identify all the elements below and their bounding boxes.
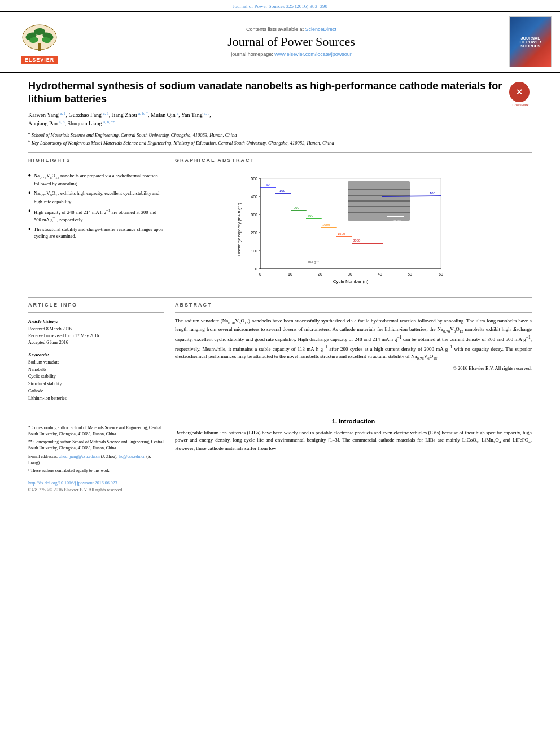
svg-text:50: 50 <box>408 272 412 276</box>
highlight-item-4: The structural stability and charge-tran… <box>28 226 164 240</box>
corresponding-author-2: ** Corresponding author. School of Mater… <box>28 439 164 452</box>
highlight-item-2: Na0.76V6O15 exhibits high capacity, exce… <box>28 190 164 205</box>
main-content: Hydrothermal synthesis of sodium vanadat… <box>0 73 560 498</box>
rate-performance-chart: Discharge capacity (mA h g⁻¹) 0 100 200 … <box>175 173 532 291</box>
article-info-label: ARTICLE INFO <box>28 302 164 308</box>
article-info-abstract-row: ARTICLE INFO Article history: Received 8… <box>28 302 532 403</box>
journal-cover: JOURNALOF POWERSOURCES <box>509 16 554 67</box>
elsevier-logo: ELSEVIER <box>6 20 73 64</box>
homepage-line: journal homepage: www.elsevier.com/locat… <box>79 51 504 57</box>
copyright-line: © 2016 Elsevier B.V. All rights reserved… <box>175 365 532 371</box>
abstract-divider <box>175 312 532 313</box>
introduction-section: 1. Introduction Rechargeable lithium-ion… <box>175 418 532 453</box>
highlights-label: HIGHLIGHTS <box>28 158 164 163</box>
email-link-zhou[interactable]: zhou_jiang@csu.edu.cn <box>59 454 100 459</box>
svg-text:Discharge capacity (mA h g⁻¹): Discharge capacity (mA h g⁻¹) <box>237 203 242 256</box>
revised-date: Received in revised form 17 May 2016 <box>28 333 164 339</box>
elsevier-tree-icon <box>17 20 62 54</box>
svg-text:Cycle Number (n): Cycle Number (n) <box>333 279 369 284</box>
abstract-text: The sodium vanadate (Na0.76V6O15) nanobe… <box>175 317 532 362</box>
issn-line: 0378-7753/© 2016 Elsevier B.V. All right… <box>28 487 164 492</box>
introduction-column: 1. Introduction Rechargeable lithium-ion… <box>175 409 532 493</box>
affiliations: a School of Materials Science and Engine… <box>28 131 532 146</box>
svg-text:100: 100 <box>251 249 257 253</box>
homepage-url-link[interactable]: www.elsevier.com/locate/jpowsour <box>274 51 352 57</box>
history-label: Article history: <box>28 318 164 324</box>
svg-text:100: 100 <box>279 189 286 193</box>
highlights-column: HIGHLIGHTS Na0.76V6O15 nanobelts are pre… <box>28 158 164 292</box>
keywords-label: Keywords: <box>28 352 164 357</box>
journal-cover-image: JOURNALOF POWERSOURCES <box>509 16 552 67</box>
email-addresses: E-mail addresses: zhou_jiang@csu.edu.cn … <box>28 453 164 466</box>
svg-text:50: 50 <box>266 183 270 186</box>
graphical-abstract-column: GRAPHICAL ABSTRACT Discharge capacity (m… <box>175 158 532 292</box>
svg-text:30: 30 <box>348 272 352 276</box>
svg-text:0: 0 <box>255 267 257 271</box>
crossmark-badge: ✕ CrossMark <box>509 82 532 107</box>
svg-text:2000: 2000 <box>353 239 361 242</box>
journal-reference-line: Journal of Power Sources 325 (2016) 383–… <box>0 0 560 12</box>
footnotes-area: * Corresponding author. School of Materi… <box>28 421 164 474</box>
corresponding-author-1: * Corresponding author. School of Materi… <box>28 425 164 438</box>
highlights-graphical-row: HIGHLIGHTS Na0.76V6O15 nanobelts are pre… <box>28 158 532 292</box>
svg-text:500: 500 <box>251 177 257 181</box>
svg-text:300: 300 <box>294 206 300 209</box>
svg-text:300: 300 <box>251 213 257 217</box>
crossmark-icon: ✕ <box>509 82 530 102</box>
equal-contribution: ¹ These authors contributed equally to t… <box>28 468 164 474</box>
graphical-abstract-divider <box>175 168 532 168</box>
abstract-label: ABSTRACT <box>175 302 532 308</box>
journal-header: ELSEVIER Contents lists available at Sci… <box>0 12 560 73</box>
authors-line: Kaiwen Yang a, 1, Guozhao Fang a, 1, Jia… <box>28 111 532 128</box>
elsevier-brand-label: ELSEVIER <box>21 56 58 64</box>
article-title-section: Hydrothermal synthesis of sodium vanadat… <box>28 80 532 147</box>
article-info-column: ARTICLE INFO Article history: Received 8… <box>28 302 164 403</box>
svg-text:400: 400 <box>251 195 257 199</box>
abstract-column: ABSTRACT The sodium vanadate (Na0.76V6O1… <box>175 302 532 403</box>
received-date: Received 8 March 2016 <box>28 326 164 333</box>
highlights-list: Na0.76V6O15 nanobelts are prepared via a… <box>28 173 164 240</box>
svg-text:100: 100 <box>430 191 436 195</box>
highlight-item-1: Na0.76V6O15 nanobelts are prepared via a… <box>28 173 164 187</box>
journal-title: Journal of Power Sources <box>79 34 504 49</box>
graphical-abstract-chart: Discharge capacity (mA h g⁻¹) 0 100 200 … <box>175 173 532 292</box>
divider-after-affiliations <box>28 152 532 153</box>
svg-text:0: 0 <box>259 272 261 276</box>
divider-after-highlights-graphical <box>28 297 532 298</box>
svg-text:200: 200 <box>251 231 257 235</box>
keywords-section: Keywords: Sodium vanadate Nanobelts Cycl… <box>28 352 164 403</box>
highlight-item-3: High capacity of 248 and 214 mA h g−1 ar… <box>28 208 164 224</box>
introduction-text: Rechargeable lithium-ion batteries (LIBs… <box>175 429 532 453</box>
svg-text:mA g⁻¹: mA g⁻¹ <box>308 260 319 264</box>
sciencedirect-link[interactable]: ScienceDirect <box>305 27 337 32</box>
accepted-date: Accepted 6 June 2016 <box>28 339 164 346</box>
article-title: Hydrothermal synthesis of sodium vanadat… <box>28 80 504 106</box>
svg-text:60: 60 <box>439 272 443 276</box>
graphical-abstract-label: GRAPHICAL ABSTRACT <box>175 158 532 163</box>
footnotes-column: * Corresponding author. School of Materi… <box>28 409 164 493</box>
doi-link[interactable]: http://dx.doi.org/10.1016/j.jpowsour.201… <box>28 480 164 486</box>
svg-text:1000: 1000 <box>322 223 330 226</box>
article-history-section: Article history: Received 8 March 2016 R… <box>28 318 164 346</box>
bottom-section: * Corresponding author. School of Materi… <box>28 409 532 493</box>
svg-text:10: 10 <box>288 272 292 276</box>
svg-text:20: 20 <box>318 272 322 276</box>
svg-point-7 <box>38 47 41 50</box>
highlights-divider <box>28 168 164 168</box>
svg-text:100 nm: 100 nm <box>390 219 401 222</box>
svg-text:1500: 1500 <box>338 232 345 235</box>
introduction-heading: 1. Introduction <box>175 418 532 425</box>
article-info-divider <box>28 312 164 313</box>
keywords-list: Sodium vanadate Nanobelts Cyclic stabili… <box>28 359 164 403</box>
svg-text:40: 40 <box>378 272 382 276</box>
journal-header-center: Contents lists available at ScienceDirec… <box>79 27 504 57</box>
contents-line: Contents lists available at ScienceDirec… <box>79 27 504 32</box>
svg-text:500: 500 <box>308 214 314 217</box>
email-link-liang[interactable]: lsq@csu.edu.cn <box>119 454 145 459</box>
